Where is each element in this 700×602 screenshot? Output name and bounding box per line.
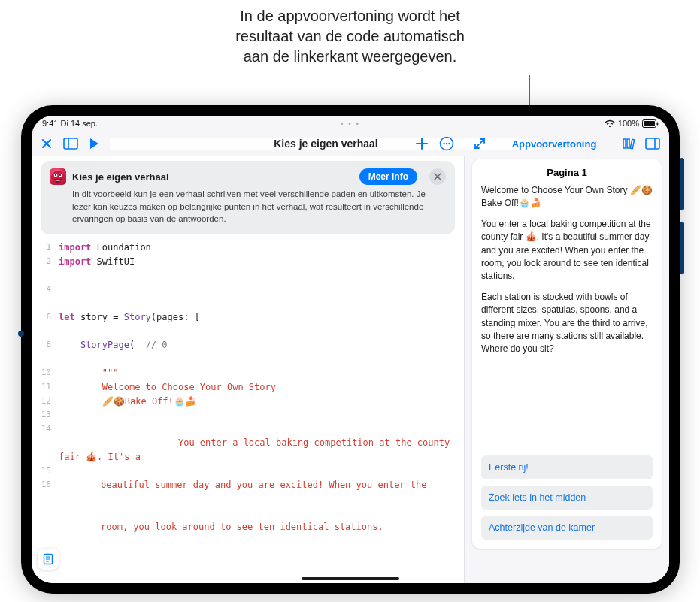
battery-percent: 100%: [618, 119, 639, 128]
line-number: 11: [32, 380, 51, 395]
ipad-side-button: [680, 222, 684, 274]
ipad-frame: 9:41 Di 14 sep. • • • 100%: [21, 105, 680, 594]
wifi-icon: [605, 119, 615, 128]
code-token: Story: [124, 312, 151, 322]
annotation-line2: resultaat van de code automatisch: [0, 26, 700, 47]
line-number: [32, 296, 51, 310]
code-token: story =: [75, 312, 124, 322]
banner-body: In dit voorbeeld kun je een verhaal schr…: [50, 188, 446, 225]
svg-rect-10: [627, 139, 629, 148]
choice-button[interactable]: Eerste rij!: [481, 455, 653, 479]
line-gutter: 1 2 4 6 8 10 11 12 13 14 15: [32, 240, 56, 583]
svg-point-7: [446, 143, 447, 144]
line-number: 6: [32, 310, 51, 325]
status-date: Di 14 sep.: [60, 119, 98, 128]
preview-page-title: Pagina 1: [481, 167, 653, 178]
docs-button[interactable]: [38, 549, 59, 570]
line-number: 2: [32, 255, 51, 269]
info-banner: Kies je eigen verhaal Meer info In dit v…: [41, 161, 455, 234]
preview-panel: Pagina 1 Welcome to Choose Your Own Stor…: [465, 156, 669, 583]
status-bar: 9:41 Di 14 sep. • • • 100%: [32, 116, 669, 131]
code-token: SwiftUI: [91, 256, 135, 267]
line-number: 15: [32, 464, 51, 479]
project-icon: [50, 168, 66, 185]
library-icon[interactable]: [623, 138, 636, 150]
more-info-button[interactable]: Meer info: [359, 168, 417, 185]
ipad-screen: 9:41 Di 14 sep. • • • 100%: [32, 116, 669, 583]
svg-rect-1: [644, 121, 655, 126]
code-content[interactable]: import Foundation import SwiftUI let sto…: [59, 240, 458, 583]
preview-paragraph: Welcome to Choose Your Own Story 🥖🍪Bake …: [481, 184, 653, 210]
preview-paragraph: Each station is stocked with bowls of di…: [481, 291, 653, 356]
multitask-dots-icon[interactable]: • • •: [341, 119, 360, 128]
code-token: let: [59, 312, 75, 322]
line-number: 12: [32, 395, 51, 409]
line-number: [32, 534, 51, 549]
code-token: StoryPage: [80, 340, 129, 350]
code-token: beautiful summer day and you are excited…: [59, 478, 458, 492]
line-number: 16: [32, 478, 51, 520]
preview-paragraph: You enter a local baking competition at …: [481, 218, 653, 283]
line-number: 1: [32, 240, 51, 255]
line-number: [32, 325, 51, 339]
code-token: import: [59, 242, 91, 253]
code-token: // 0: [146, 340, 168, 350]
code-token: (: [129, 340, 146, 350]
svg-rect-11: [630, 139, 634, 148]
code-editor[interactable]: 1 2 4 6 8 10 11 12 13 14 15: [32, 240, 464, 583]
line-number: 8: [32, 338, 51, 352]
line-number: 4: [32, 283, 51, 297]
svg-rect-2: [657, 122, 659, 125]
code-token: """: [59, 368, 118, 378]
ipad-side-button: [680, 158, 684, 210]
banner-title: Kies je eigen verhaal: [72, 171, 169, 183]
annotation-line3: aan de linkerkant weergegeven.: [0, 47, 700, 67]
panel-icon[interactable]: [645, 138, 660, 150]
line-number: 13: [32, 408, 51, 422]
expand-icon[interactable]: [474, 138, 486, 150]
code-token: import: [59, 256, 91, 267]
svg-point-8: [448, 143, 450, 144]
choice-button[interactable]: Zoek iets in het midden: [481, 486, 653, 510]
app-preview: Pagina 1 Welcome to Choose Your Own Stor…: [472, 159, 662, 549]
battery-icon: [642, 119, 659, 128]
svg-point-18: [59, 174, 61, 176]
close-banner-button[interactable]: [429, 168, 446, 185]
preview-title[interactable]: Appvoorvertoning: [493, 138, 615, 150]
ipad-camera: [18, 331, 24, 337]
code-token: 🥖🍪Bake Off!🧁🍰: [59, 396, 196, 407]
annotation-text: In de appvoorvertoning wordt het resulta…: [0, 6, 700, 67]
code-token: (pages: [: [151, 312, 200, 322]
annotation-line1: In de appvoorvertoning wordt het: [0, 6, 700, 26]
code-token: Foundation: [91, 242, 150, 253]
line-number: [32, 268, 51, 283]
status-right: 100%: [605, 119, 659, 128]
line-number: 10: [32, 366, 51, 380]
editor-panel: Kies je eigen verhaal Meer info In dit v…: [32, 156, 465, 583]
code-token: You enter a local baking competition at …: [59, 437, 455, 462]
svg-rect-12: [646, 138, 659, 149]
more-icon[interactable]: [439, 136, 454, 151]
add-icon[interactable]: [415, 136, 429, 151]
svg-rect-9: [623, 139, 626, 148]
svg-point-17: [55, 174, 56, 176]
line-number: [32, 520, 51, 534]
code-token: Welcome to Choose Your Own Story: [59, 382, 276, 392]
status-left: 9:41 Di 14 sep.: [42, 119, 98, 128]
svg-point-6: [443, 143, 444, 144]
home-indicator[interactable]: [302, 577, 399, 580]
code-token: room, you look around to see ten identic…: [59, 520, 458, 534]
status-time: 9:41: [42, 119, 58, 128]
choice-button[interactable]: Achterzijde van de kamer: [481, 516, 653, 540]
line-number: [32, 352, 51, 367]
line-number: 14: [32, 422, 51, 464]
